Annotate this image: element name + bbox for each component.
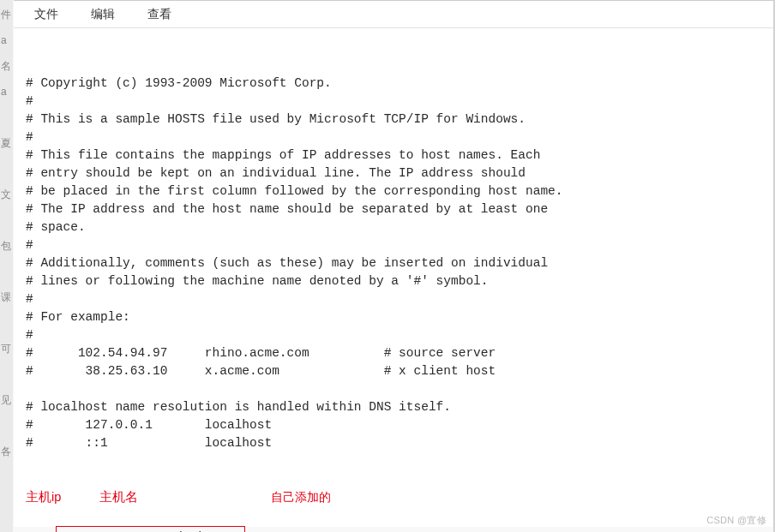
menu-file[interactable]: 文件 bbox=[27, 3, 65, 26]
hosts-file-text: # Copyright (c) 1993-2009 Microsoft Corp… bbox=[26, 75, 765, 452]
host-ip-label: 主机ip bbox=[26, 490, 61, 504]
host-name-label: 主机名 bbox=[99, 490, 138, 504]
csdn-watermark: CSDN @宜修 bbox=[706, 514, 766, 527]
editor-window: 文件 编辑 查看 # Copyright (c) 1993-2009 Micro… bbox=[14, 0, 773, 527]
text-editor-content[interactable]: # Copyright (c) 1993-2009 Microsoft Corp… bbox=[14, 28, 773, 532]
background-sidebar: 件a名a夏文包课可见各 bbox=[0, 0, 13, 532]
self-added-note: 自己添加的 bbox=[271, 488, 331, 506]
menu-view[interactable]: 查看 bbox=[141, 3, 178, 26]
menubar: 文件 编辑 查看 bbox=[14, 1, 773, 28]
added-entries-box: 192.168.252.101 hadoop01 192.168.252.102… bbox=[56, 526, 245, 532]
menu-edit[interactable]: 编辑 bbox=[84, 3, 122, 26]
column-labels: 主机ip 主机名 bbox=[26, 488, 765, 506]
